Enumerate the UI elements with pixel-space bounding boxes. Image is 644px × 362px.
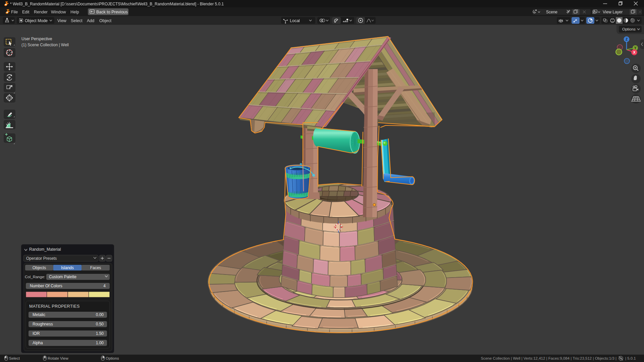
svg-text:Scene: Scene [546,10,557,14]
svg-text:Metalic: Metalic [33,312,45,317]
svg-text:Object: Object [99,18,112,23]
svg-text:Islands: Islands [61,265,74,270]
svg-text:User Perspective: User Perspective [21,37,52,41]
svg-text:* Well3_B_RandomMaterial [D:\s: * Well3_B_RandomMaterial [D:\ssers\Docum… [10,2,224,6]
svg-text:| 5.0.1: | 5.0.1 [625,356,636,360]
svg-text:Roughness: Roughness [33,322,53,326]
svg-text:0.50: 0.50 [96,322,104,326]
svg-text:Col_Range:: Col_Range: [25,275,45,279]
svg-text:MATERIAL PROPERTIES: MATERIAL PROPERTIES [29,304,80,309]
svg-text:Z: Z [626,38,628,41]
svg-text:Objects: Objects [33,265,46,270]
svg-text:1.00: 1.00 [96,341,104,345]
svg-text:Render: Render [34,10,48,14]
svg-text:File: File [11,10,18,14]
svg-text:Select: Select [71,18,83,23]
svg-text:Options: Options [106,356,119,360]
svg-text:Local: Local [290,18,300,23]
svg-text:View Layer: View Layer [603,10,623,14]
svg-text:Random_Material: Random_Material [29,247,61,252]
svg-text:Edit: Edit [22,10,30,14]
svg-text:0.00: 0.00 [96,312,104,317]
svg-text:Number Of Colors: Number Of Colors [30,284,62,288]
svg-text:Object Mode: Object Mode [25,18,48,23]
svg-text:(1) Scene Collection | Well: (1) Scene Collection | Well [21,43,69,47]
svg-text:Scene Collection | Well | Vert: Scene Collection | Well | Verts:12,412 |… [481,356,616,360]
svg-text:Back to Previous: Back to Previous [96,10,128,14]
svg-text:Options: Options [622,27,636,31]
svg-text:1.50: 1.50 [96,331,104,336]
svg-text:Faces: Faces [90,265,101,270]
svg-text:4: 4 [103,284,106,288]
svg-text:X: X [633,50,635,54]
svg-text:Help: Help [70,10,79,14]
svg-text:Custom Palette: Custom Palette [49,275,76,279]
svg-text:Select: Select [9,356,20,360]
svg-text:Window: Window [51,10,66,14]
svg-text:Rotate View: Rotate View [48,356,68,360]
svg-text:Operator Presets: Operator Presets [26,256,57,261]
svg-text:Add: Add [87,18,94,23]
svg-text:View: View [57,18,67,23]
svg-text:IOR: IOR [33,331,40,336]
svg-text:Alpha: Alpha [33,341,43,345]
